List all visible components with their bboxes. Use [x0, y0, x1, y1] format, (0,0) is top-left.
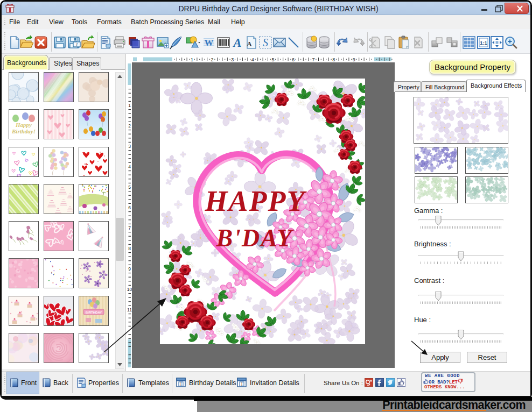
svg-text:I: I [180, 382, 182, 387]
svg-text:A: A [247, 40, 252, 48]
svg-text:1:1: 1:1 [480, 40, 487, 46]
svg-text:2: 2 [211, 57, 214, 62]
svg-text:8: 8 [332, 57, 335, 62]
svg-text:8: 8 [128, 246, 131, 251]
svg-text:Happy: Happy [15, 122, 32, 128]
svg-text:7: 7 [128, 225, 131, 231]
svg-text:I: I [75, 42, 78, 47]
svg-text:7: 7 [312, 57, 315, 62]
svg-text:Birthday!: Birthday! [11, 128, 36, 134]
svg-text:B'DAY: B'DAY [216, 224, 295, 252]
svg-text:4: 4 [251, 57, 254, 62]
svg-text:2: 2 [128, 123, 131, 129]
svg-text:1: 1 [128, 103, 131, 108]
svg-text:5: 5 [271, 57, 274, 62]
svg-text:3: 3 [128, 144, 131, 149]
svg-text:A: A [232, 36, 241, 49]
svg-text:4: 4 [128, 164, 131, 169]
svg-text:W: W [205, 38, 214, 48]
svg-text:5: 5 [128, 184, 131, 190]
svg-text:1: 1 [191, 57, 193, 62]
svg-text:9: 9 [128, 266, 131, 272]
svg-text:9: 9 [353, 57, 355, 62]
svg-text:I: I [241, 382, 243, 387]
svg-text:HAPPY: HAPPY [205, 185, 307, 217]
svg-text:S: S [263, 37, 268, 48]
svg-text:3: 3 [231, 57, 234, 62]
svg-text:6: 6 [128, 205, 131, 210]
svg-text:6: 6 [292, 57, 295, 62]
